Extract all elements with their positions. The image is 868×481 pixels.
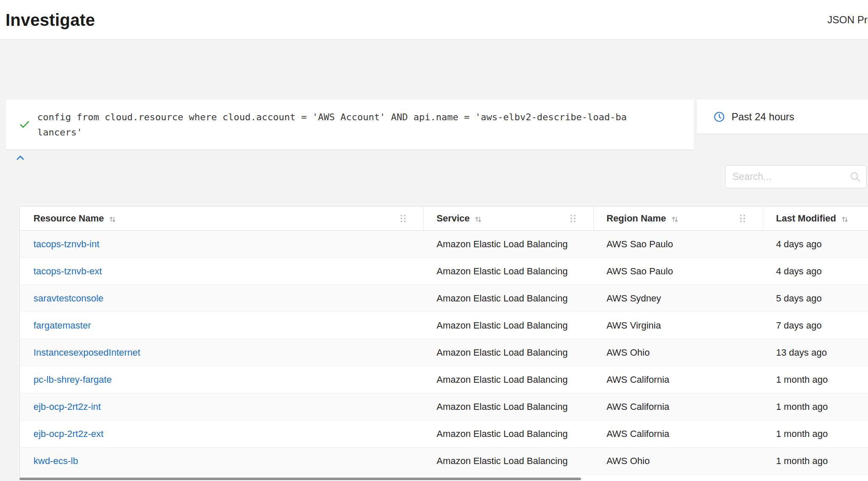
page-title: Investigate (6, 10, 95, 29)
sort-icon[interactable] (671, 215, 679, 222)
region-cell: AWS Ohio (594, 339, 763, 366)
search-box (725, 165, 867, 188)
last-modified-cell: 7 days ago (763, 312, 868, 339)
column-header-service[interactable]: Service (424, 207, 594, 230)
table-row: tacops-tznvb-ext Amazon Elastic Load Bal… (20, 258, 868, 285)
results-table: Resource Name Service (19, 206, 868, 481)
resource-name-cell: ejb-ocp-2rt2z-int (20, 393, 424, 420)
service-cell: Amazon Elastic Load Balancing (424, 366, 594, 393)
resource-name-cell: InstancesexposedInternet (20, 339, 424, 366)
column-header-region-name[interactable]: Region Name (594, 207, 763, 230)
time-range-label: Past 24 hours (732, 111, 794, 123)
sort-icon[interactable] (841, 215, 849, 222)
service-cell: Amazon Elastic Load Balancing (424, 339, 594, 366)
resource-link[interactable]: fargatemaster (33, 320, 91, 331)
investigate-page: Investigate JSON Preview config from clo… (0, 0, 868, 481)
region-cell: AWS California (594, 393, 763, 420)
resource-link[interactable]: tacops-tznvb-int (33, 239, 99, 250)
query-valid-check-icon (19, 119, 31, 130)
table-row: tacops-tznvb-int Amazon Elastic Load Bal… (20, 231, 868, 258)
page-header: Investigate JSON Preview (0, 0, 868, 40)
table-row: fargatemaster Amazon Elastic Load Balanc… (20, 312, 868, 339)
last-modified-cell: 4 days ago (763, 258, 868, 285)
region-cell: AWS California (594, 420, 763, 447)
resource-name-cell: ejb-ocp-2rt2z-ext (20, 420, 424, 447)
drag-handle-icon[interactable] (740, 215, 745, 222)
service-cell: Amazon Elastic Load Balancing (424, 231, 594, 257)
table-row: ejb-ocp-2rt2z-int Amazon Elastic Load Ba… (20, 393, 868, 420)
resource-name-cell: kwd-ecs-lb (20, 448, 424, 474)
table-row: pc-lb-shrey-fargate Amazon Elastic Load … (20, 366, 868, 393)
resource-link[interactable]: saravtestconsole (33, 293, 103, 304)
region-cell: AWS Sydney (594, 285, 763, 312)
horizontal-scrollbar-thumb[interactable] (19, 478, 581, 480)
service-cell: Amazon Elastic Load Balancing (424, 448, 594, 474)
resource-name-cell: fargatemaster (20, 312, 424, 339)
service-cell: Amazon Elastic Load Balancing (424, 420, 594, 447)
last-modified-cell: 13 days ago (763, 339, 868, 366)
collapse-query-chevron-up-icon[interactable] (15, 153, 25, 163)
last-modified-cell: 5 days ago (763, 285, 868, 312)
service-cell: Amazon Elastic Load Balancing (424, 393, 594, 420)
region-cell: AWS Sao Paulo (594, 231, 763, 257)
drag-handle-icon[interactable] (401, 215, 406, 222)
region-cell: AWS Sao Paulo (594, 258, 763, 285)
table-row: kwd-ecs-lb Amazon Elastic Load Balancing… (20, 448, 868, 475)
column-header-resource-name[interactable]: Resource Name (20, 207, 424, 230)
resource-link[interactable]: ejb-ocp-2rt2z-int (33, 401, 101, 412)
region-cell: AWS California (594, 366, 763, 393)
region-cell: AWS Virginia (594, 312, 763, 339)
table-header-row: Resource Name Service (20, 207, 868, 231)
json-preview-link[interactable]: JSON Preview (827, 14, 868, 26)
last-modified-cell: 1 month ago (763, 448, 868, 474)
resource-name-cell: saravtestconsole (20, 285, 424, 312)
service-cell: Amazon Elastic Load Balancing (424, 312, 594, 339)
sort-icon[interactable] (475, 215, 482, 222)
last-modified-cell: 1 month ago (763, 420, 868, 447)
service-cell: Amazon Elastic Load Balancing (424, 258, 594, 285)
resource-link[interactable]: InstancesexposedInternet (33, 347, 140, 358)
last-modified-cell: 1 month ago (763, 366, 868, 393)
column-label: Resource Name (33, 213, 104, 224)
service-cell: Amazon Elastic Load Balancing (424, 285, 594, 312)
table-body: tacops-tznvb-int Amazon Elastic Load Bal… (20, 231, 868, 475)
table-row: ejb-ocp-2rt2z-ext Amazon Elastic Load Ba… (20, 420, 868, 448)
column-label: Region Name (606, 213, 666, 224)
table-row: saravtestconsole Amazon Elastic Load Bal… (20, 285, 868, 312)
resource-link[interactable]: pc-lb-shrey-fargate (33, 374, 112, 385)
last-modified-cell: 4 days ago (763, 231, 868, 257)
resource-link[interactable]: kwd-ecs-lb (33, 456, 78, 467)
resource-name-cell: tacops-tznvb-int (20, 231, 424, 257)
resource-link[interactable]: tacops-tznvb-ext (33, 266, 102, 277)
resource-name-cell: pc-lb-shrey-fargate (20, 366, 424, 393)
table-row: InstancesexposedInternet Amazon Elastic … (20, 339, 868, 366)
last-modified-cell: 1 month ago (763, 393, 868, 420)
sort-icon[interactable] (109, 215, 116, 222)
clock-icon (713, 111, 725, 123)
resource-link[interactable]: ejb-ocp-2rt2z-ext (33, 428, 103, 440)
region-cell: AWS Ohio (594, 448, 763, 474)
column-header-last-modified[interactable]: Last Modified (763, 207, 868, 230)
resource-name-cell: tacops-tznvb-ext (20, 258, 424, 285)
search-input[interactable] (726, 166, 866, 188)
time-range-selector[interactable]: Past 24 hours (696, 100, 868, 134)
column-label: Service (437, 213, 470, 224)
query-card: config from cloud.resource where cloud.a… (6, 100, 694, 149)
column-label: Last Modified (776, 213, 836, 224)
drag-handle-icon[interactable] (570, 215, 576, 222)
query-input[interactable]: config from cloud.resource where cloud.a… (37, 110, 631, 140)
